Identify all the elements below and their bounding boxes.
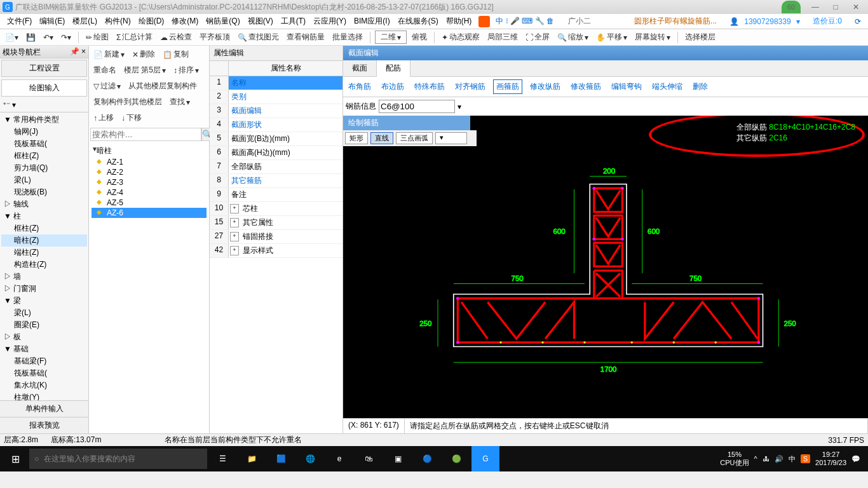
tree-item[interactable]: 暗柱(Z) xyxy=(1,234,87,247)
task-view-icon[interactable]: ☰ xyxy=(208,446,236,471)
list-root[interactable]: 暗柱 xyxy=(92,145,207,157)
close-button[interactable]: ✕ xyxy=(846,1,865,13)
tree-item[interactable]: ▼ 梁 xyxy=(1,295,87,307)
prop-row[interactable]: 10+芯柱 xyxy=(210,202,342,216)
del-comp-button[interactable]: ✕ 删除 xyxy=(130,48,158,61)
edit-hook-button[interactable]: 编辑弯钩 xyxy=(609,80,644,93)
tree-item[interactable]: 柱墩(Y) xyxy=(1,391,87,400)
top-view-button[interactable]: 俯视 xyxy=(409,30,430,44)
ime-icon[interactable] xyxy=(478,16,490,27)
tray-s-icon[interactable]: S xyxy=(801,454,810,463)
redo-button[interactable]: ↷▾ xyxy=(58,32,74,43)
local3d-button[interactable]: 局部三维 xyxy=(485,30,520,44)
tree-item[interactable]: 端柱(Z) xyxy=(1,247,87,259)
edge-rebar-button[interactable]: 布边筋 xyxy=(379,80,407,93)
refresh-icon[interactable]: ⟳ xyxy=(851,16,864,27)
marquee-text[interactable]: 圆形柱子即有螺旋箍筋... xyxy=(631,15,720,28)
move-up-button[interactable]: ↑ 上移 xyxy=(91,111,116,125)
view-rebar-button[interactable]: 查看钢筋量 xyxy=(284,30,327,44)
filter-button[interactable]: ▽ 过滤 ▾ xyxy=(91,79,123,93)
tree-item[interactable]: ▷ 墙 xyxy=(1,271,87,283)
rename-button[interactable]: 重命名 xyxy=(91,64,119,77)
tray-ime-icon[interactable]: 中 xyxy=(789,454,796,464)
tree-item[interactable]: ▼ 基础 xyxy=(1,343,87,355)
app-icon-4[interactable]: 🟢 xyxy=(442,446,470,471)
rebar-dropdown-icon[interactable]: ▾ xyxy=(458,102,461,111)
arc-tool[interactable]: 三点画弧 xyxy=(396,132,433,144)
prop-row[interactable]: 2类别 xyxy=(210,90,342,104)
tray-vol-icon[interactable]: 🔊 xyxy=(775,455,783,463)
copy-to-button[interactable]: 复制构件到其他楼层 xyxy=(91,95,165,109)
prop-row[interactable]: 6截面高(H边)(mm) xyxy=(210,146,342,160)
tree-item[interactable]: 框柱(Z) xyxy=(1,150,87,162)
mod-hoop-button[interactable]: 修改箍筋 xyxy=(568,80,604,93)
save-button[interactable]: 💾 xyxy=(24,32,38,43)
start-button[interactable]: ⊞ xyxy=(3,446,28,471)
menu-file[interactable]: 文件(F) xyxy=(4,15,35,28)
prop-row[interactable]: 42+显示样式 xyxy=(210,244,342,258)
prop-row[interactable]: 27+锚固搭接 xyxy=(210,230,342,244)
prop-row[interactable]: 1名称 xyxy=(210,76,342,90)
tree-item[interactable]: ▼ 常用构件类型 xyxy=(1,114,87,126)
batch-select-button[interactable]: 批量选择 xyxy=(330,30,365,44)
copy-comp-button[interactable]: 📋 复制 xyxy=(160,48,191,61)
coin-label[interactable]: 造价豆:0 xyxy=(810,15,845,28)
chrome-icon[interactable]: 🌐 xyxy=(296,446,324,471)
component-list[interactable]: 暗柱AZ-1AZ-2AZ-3AZ-4AZ-5AZ-6 xyxy=(89,142,209,433)
list-item[interactable]: AZ-2 xyxy=(92,167,207,177)
undo-button[interactable]: ↶▾ xyxy=(41,32,56,43)
menu-modify[interactable]: 修改(M) xyxy=(168,15,201,28)
select-floor-button[interactable]: 选择楼层 xyxy=(682,30,718,44)
cloud-badge[interactable]: 60 xyxy=(782,1,801,13)
taskbar-search[interactable]: ○ 在这里输入你要搜索的内容 xyxy=(29,449,207,469)
clock[interactable]: 19:272017/9/23 xyxy=(815,451,846,467)
tree-item[interactable]: 基础梁(F) xyxy=(1,355,87,367)
menu-bim[interactable]: BIM应用(I) xyxy=(351,15,393,28)
search-input[interactable] xyxy=(90,128,201,141)
line-tool[interactable]: 直线 xyxy=(370,132,393,144)
prop-row[interactable]: 3截面编辑 xyxy=(210,104,342,118)
tree-item[interactable]: 现浇板(B) xyxy=(1,186,87,198)
tab-project[interactable]: 工程设置 xyxy=(1,60,87,77)
store-icon[interactable]: 🛍 xyxy=(355,446,383,471)
move-down-button[interactable]: ↓ 下移 xyxy=(119,111,144,125)
tray-net-icon[interactable]: 🖧 xyxy=(763,455,770,463)
menu-cloud[interactable]: 云应用(Y) xyxy=(310,15,349,28)
cpu-meter[interactable]: 15%CPU使用 xyxy=(720,451,749,467)
menu-edit[interactable]: 编辑(E) xyxy=(36,15,68,28)
tree-item[interactable]: 轴网(J) xyxy=(1,126,87,138)
menu-help[interactable]: 帮助(H) xyxy=(443,15,475,28)
sort-button[interactable]: ↕ 排序 ▾ xyxy=(171,64,201,77)
end-ext-button[interactable]: 端头伸缩 xyxy=(649,80,685,93)
prop-row[interactable]: 9备注 xyxy=(210,188,342,202)
tab-draw[interactable]: 绘图输入 xyxy=(1,79,87,97)
prop-row[interactable]: 4截面形状 xyxy=(210,118,342,132)
draw-hoop-button[interactable]: 画箍筋 xyxy=(493,79,522,94)
maximize-button[interactable]: □ xyxy=(826,1,845,13)
zoom-button[interactable]: 🔍 缩放 ▾ xyxy=(555,30,591,44)
tree-item[interactable]: 梁(L) xyxy=(1,174,87,186)
menu-rebar[interactable]: 钢筋量(Q) xyxy=(203,15,243,28)
align-button[interactable]: 平齐板顶 xyxy=(197,30,233,44)
app-icon-5[interactable]: G xyxy=(471,446,499,471)
tree-item[interactable]: 集水坑(K) xyxy=(1,379,87,391)
prop-row[interactable]: 5截面宽(B边)(mm) xyxy=(210,132,342,146)
edge-icon[interactable]: e xyxy=(325,446,353,471)
menu-online[interactable]: 在线服务(S) xyxy=(395,15,442,28)
tree-item[interactable]: 筏板基础( xyxy=(1,138,87,150)
floor-select[interactable]: 楼层 第5层 ▾ xyxy=(121,64,168,77)
view-mode-select[interactable]: 二维 ▾ xyxy=(375,30,407,44)
tab-section[interactable]: 截面 xyxy=(343,60,377,76)
list-item[interactable]: AZ-6 xyxy=(92,208,207,218)
tab-rebar[interactable]: 配筋 xyxy=(377,60,410,77)
component-tree[interactable]: ▼ 常用构件类型 轴网(J) 筏板基础( 框柱(Z) 剪力墙(Q) 梁(L) 现… xyxy=(0,112,88,400)
prop-row[interactable]: 8其它箍筋 xyxy=(210,174,342,188)
new-button[interactable]: 📄▾ xyxy=(3,32,21,43)
rebar-info-input[interactable] xyxy=(379,100,455,113)
list-item[interactable]: AZ-4 xyxy=(92,187,207,198)
pan-button[interactable]: ✋ 平移 ▾ xyxy=(593,30,630,44)
pin-icon[interactable]: 📌 × xyxy=(70,47,86,57)
folder-icon[interactable]: 📁 xyxy=(238,446,266,471)
special-rebar-button[interactable]: 特殊布筋 xyxy=(412,80,447,93)
app-icon-1[interactable]: 🟦 xyxy=(267,446,295,471)
